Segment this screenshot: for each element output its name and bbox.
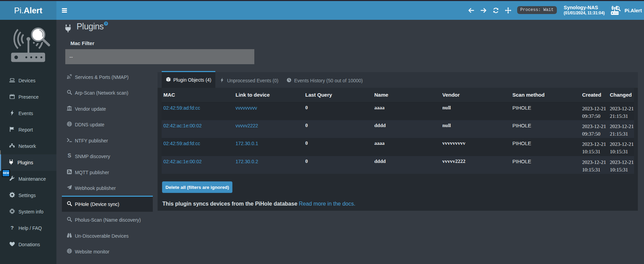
panel-tab-label: Plugin Objects (4) — [173, 77, 211, 83]
plugins-menu-item[interactable]: Pholus-Scan (Name discovery) — [62, 212, 153, 228]
host-info: Synology-NAS (01/01/2024, 11:31:04) — [564, 5, 605, 16]
plugins-menu-item-label: Arp-Scan (Network scan) — [75, 90, 128, 96]
plugins-menu-item-label: MQTT publisher — [75, 170, 109, 175]
plugins-menu-item[interactable]: Arp-Scan (Network scan) — [62, 85, 153, 101]
created-cell: 2023-12-2110:15:31 — [579, 138, 607, 156]
column-header[interactable]: Link to device — [233, 88, 303, 102]
plugins-menu-item-label: Pholus-Scan (Name discovery) — [75, 217, 141, 223]
arrow-right-icon[interactable] — [480, 7, 487, 14]
table-header-row: MACLink to deviceLast QueryNameVendorSca… — [162, 88, 634, 102]
new-badge: NEW — [2, 169, 10, 177]
plugins-menu-item-label: Services & Ports (NMAP) — [75, 74, 129, 80]
move-icon[interactable] — [504, 7, 512, 14]
sidebar-item[interactable]: Report — [0, 122, 56, 138]
column-header[interactable]: Name — [372, 88, 440, 102]
read-more-link[interactable]: Read more in the docs. — [299, 201, 355, 207]
plugins-menu-item-label: NTFY publisher — [75, 138, 108, 143]
gear-icon — [9, 192, 15, 199]
last-query-cell: 0 — [303, 102, 372, 120]
question-icon — [9, 225, 15, 232]
sidebar-item[interactable]: Network — [0, 138, 56, 154]
help-badge[interactable]: ? — [104, 22, 108, 26]
table-row: 02:42:ac:1e:00:02 172.30.0.2 0 dddd vvvv… — [162, 156, 634, 174]
sidebar-item-label: Settings — [18, 193, 36, 198]
mac-link[interactable]: 02:42:ac:1e:00:02 — [163, 159, 202, 164]
plug-icon — [8, 159, 14, 166]
column-header[interactable]: Vendor — [440, 88, 510, 102]
column-header[interactable]: Created — [579, 88, 607, 102]
panel-tab[interactable]: Unprocessed Events (0) — [215, 72, 282, 88]
sidebar-item[interactable]: Settings — [0, 187, 56, 204]
plugins-menu-item[interactable]: MQTT publisher — [62, 164, 153, 180]
column-header[interactable]: Changed — [607, 88, 634, 102]
plugins-menu-item[interactable]: Services & Ports (NMAP) — [62, 69, 153, 85]
arrow-left-icon[interactable] — [467, 7, 475, 14]
cube-icon — [166, 77, 173, 83]
changed-cell: 2023-12-2121:15:31 — [607, 102, 634, 120]
search-icon — [67, 201, 72, 208]
name-cell: dddd — [372, 120, 440, 138]
navbar-brand[interactable]: Pi.Alert — [611, 1, 642, 20]
sidebar-item[interactable]: NEW Maintenance — [0, 171, 56, 187]
panel-note: This plugin syncs devices from the PiHol… — [162, 201, 355, 207]
sidebar-item-label: System info — [18, 209, 43, 214]
panel-tab-label: Events History (50 out of 10000) — [294, 78, 363, 83]
created-cell: 2023-12-2110:15:31 — [579, 156, 607, 174]
sidebar-item[interactable]: Donations — [0, 236, 56, 253]
mac-link[interactable]: 02:42:ac:1e:00:02 — [163, 123, 202, 128]
plugins-menu-item-label: SNMP discovery — [75, 154, 110, 159]
sidebar-item-label: Plugins — [17, 160, 33, 165]
column-header[interactable]: Last Query — [303, 88, 372, 102]
terminal-icon — [67, 137, 72, 144]
plugin-objects-table: MACLink to deviceLast QueryNameVendorSca… — [162, 88, 634, 174]
wrench-icon — [9, 176, 15, 183]
plugins-menu-item[interactable]: SNMP discovery — [62, 148, 153, 164]
column-header[interactable]: Scan method — [510, 88, 579, 102]
mac-link[interactable]: 02:42:59:ad:fd:cc — [163, 105, 200, 111]
sidebar-item[interactable]: System info — [0, 204, 56, 220]
table-row: 02:42:59:ad:fd:cc 172.30.0.1 0 aaaa vvvv… — [162, 138, 634, 156]
sidebar-item[interactable]: Plugins — [0, 154, 56, 171]
plugins-menu-item-label: Webhook publisher — [75, 185, 116, 191]
sidebar-item[interactable]: Help / FAQ — [0, 220, 56, 236]
sidebar-menu: Devices Presence Events Report Network P… — [0, 72, 56, 253]
plugins-menu-item[interactable]: Webhook publisher — [62, 180, 153, 196]
clock-icon — [286, 78, 294, 84]
mac-filter-input[interactable] — [65, 49, 254, 64]
plugins-menu-item[interactable]: PiHole (Device sync) — [62, 196, 153, 212]
chip-icon — [9, 208, 15, 216]
page-title: Plugins — [77, 22, 104, 31]
search-icon — [67, 89, 72, 96]
plugins-menu-item[interactable]: Website monitor — [62, 244, 153, 260]
plugins-menu-item[interactable]: Vendor update — [62, 100, 153, 116]
vendor-cell: null — [440, 120, 510, 138]
changed-cell: 2023-12-2110:15:31 — [607, 138, 634, 156]
refresh-icon[interactable] — [492, 7, 499, 14]
panel-tab[interactable]: Plugin Objects (4) — [162, 71, 215, 88]
plugins-menu-item[interactable]: Un-Discoverable Devices — [62, 227, 153, 244]
scan-method-cell: PIHOLE — [510, 156, 579, 174]
column-header[interactable]: MAC — [162, 88, 233, 102]
sidebar-item[interactable]: Events — [0, 105, 56, 122]
name-cell: aaaa — [372, 102, 440, 120]
plug-icon — [64, 24, 72, 33]
pialert-app: Pi.Alert Process: Wait Synology-NAS (01/… — [0, 0, 644, 264]
sidebar-item[interactable]: Presence — [0, 89, 56, 105]
panel-tab[interactable]: Events History (50 out of 10000) — [282, 72, 367, 88]
plugins-menu-item[interactable]: DDNS update — [62, 116, 153, 133]
sidebar-item-label: Events — [18, 111, 33, 116]
scan-method-cell: PIHOLE — [510, 120, 579, 138]
device-link[interactable]: 172.30.0.1 — [236, 141, 258, 146]
pialert-logo-image — [11, 26, 51, 62]
plugins-menu-item-label: DDNS update — [75, 122, 104, 127]
created-cell: 2023-12-2109:37:50 — [579, 120, 607, 138]
router-logo-icon — [611, 5, 621, 16]
mac-link[interactable]: 02:42:59:ad:fd:cc — [163, 141, 200, 146]
device-link[interactable]: vvvvv2222 — [236, 123, 258, 128]
plugins-menu-item[interactable]: NTFY publisher — [62, 132, 153, 148]
delete-all-button[interactable]: Delete all (filters are ignored) — [162, 181, 232, 193]
sidebar-item[interactable]: Devices — [0, 72, 56, 89]
device-link[interactable]: 172.30.0.2 — [236, 159, 258, 164]
device-link[interactable]: vvvvvvvvv — [236, 105, 257, 111]
binoculars-icon — [67, 233, 72, 239]
